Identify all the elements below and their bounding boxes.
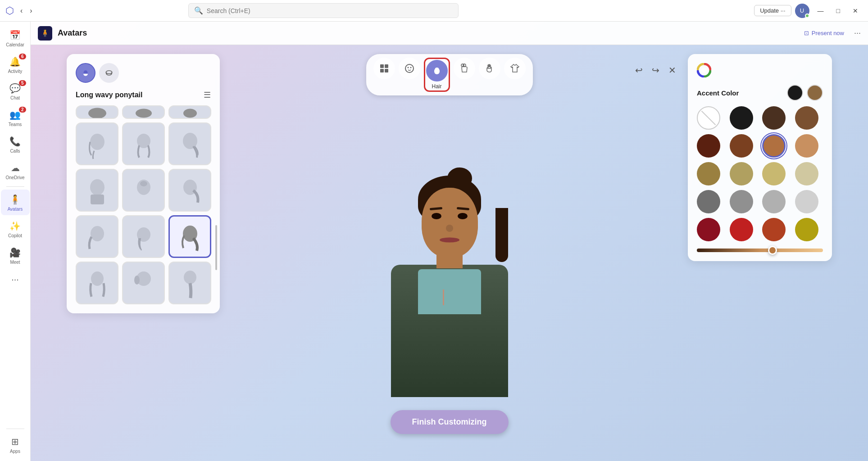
sidebar-item-copilot[interactable]: ✨ Copilot xyxy=(1,216,30,242)
sidebar-item-more[interactable]: ··· xyxy=(1,269,30,289)
color-swatch-golden[interactable] xyxy=(697,162,720,185)
sidebar-item-calls[interactable]: 📞 Calls xyxy=(1,131,30,157)
hair-item-8[interactable] xyxy=(122,215,165,258)
search-bar[interactable]: 🔍 xyxy=(188,3,459,18)
content-area: 🧍 Avatars ⊡ Present now ··· xyxy=(31,22,868,461)
hair-panel: Long wavy ponytail ☰ xyxy=(67,54,220,313)
sidebar-label-copilot: Copilot xyxy=(8,233,22,238)
color-swatch-dark-red[interactable] xyxy=(697,218,720,241)
svg-point-6 xyxy=(410,67,411,68)
update-button[interactable]: Update ··· xyxy=(754,5,791,16)
meet-icon: 🎥 xyxy=(9,246,22,259)
sidebar-item-onedrive[interactable]: ☁ OneDrive xyxy=(1,158,30,184)
hair-item-top1[interactable] xyxy=(76,105,118,119)
hair-item-1[interactable] xyxy=(76,122,118,165)
more-options-button[interactable]: ··· xyxy=(854,28,861,38)
exit-button[interactable]: ✕ xyxy=(666,62,679,78)
hair-item-top2[interactable] xyxy=(122,105,165,119)
sidebar-item-chat[interactable]: 💬 5 Chat xyxy=(1,78,30,104)
color-swatch-blonde[interactable] xyxy=(762,162,786,185)
sidebar-divider xyxy=(6,186,24,187)
forward-button[interactable]: › xyxy=(27,4,35,18)
sidebar-item-teams[interactable]: 👥 2 Teams xyxy=(1,105,30,131)
svg-rect-2 xyxy=(380,69,384,72)
svg-point-31 xyxy=(184,271,196,284)
color-swatch-gray[interactable] xyxy=(730,190,753,213)
color-swatch-dark-gray[interactable] xyxy=(697,190,720,213)
hair-item-7[interactable] xyxy=(76,215,118,258)
minimize-button[interactable]: — xyxy=(813,5,828,17)
hair-grid xyxy=(76,105,211,304)
hair-item-top3[interactable] xyxy=(168,105,211,119)
color-swatch-burnt-orange[interactable] xyxy=(762,218,786,241)
redo-button[interactable]: ↪ xyxy=(649,62,662,78)
present-now-button[interactable]: ⊡ Present now xyxy=(800,27,849,39)
app-header: 🧍 Avatars ⊡ Present now ··· xyxy=(31,22,868,45)
hair-item-10[interactable] xyxy=(76,262,118,304)
activity-badge: 6 xyxy=(19,54,26,59)
color-grid xyxy=(697,106,823,241)
search-input[interactable] xyxy=(207,7,453,14)
hair-selected-highlight: Hair xyxy=(424,58,450,92)
finish-customizing-button[interactable]: Finish Customizing xyxy=(391,410,509,434)
color-swatch-caramel-selected[interactable] xyxy=(762,134,786,158)
maximize-button[interactable]: □ xyxy=(832,5,845,17)
hair-item-2[interactable] xyxy=(122,122,165,165)
color-swatch-dark-brown[interactable] xyxy=(762,106,786,130)
color-swatch-silver[interactable] xyxy=(795,190,818,213)
filter-button[interactable]: ☰ xyxy=(204,90,211,100)
color-swatch-light-gray[interactable] xyxy=(762,190,786,213)
cat-face-wrapper xyxy=(399,58,420,92)
undo-button[interactable]: ↩ xyxy=(632,62,645,78)
color-swatch-medium-brown[interactable] xyxy=(795,106,818,130)
sidebar-item-calendar[interactable]: 📅 Calendar xyxy=(1,25,30,51)
ms-teams-logo: ⬡ xyxy=(5,5,14,17)
cat-hair-button[interactable] xyxy=(426,60,448,81)
svg-point-16 xyxy=(183,109,197,118)
color-swatch-dark-red-brown[interactable] xyxy=(697,134,720,158)
color-swatch-light-caramel[interactable] xyxy=(795,134,818,158)
color-swatch-light-golden[interactable] xyxy=(730,162,753,185)
hair-tab-styles[interactable] xyxy=(76,63,95,83)
svg-point-14 xyxy=(88,108,106,119)
sidebar: 📅 Calendar 🔔 6 Activity 💬 5 Chat 👥 2 Tea… xyxy=(0,22,31,461)
sidebar-label-calls: Calls xyxy=(10,149,20,154)
color-swatch-black[interactable] xyxy=(730,106,753,130)
hair-item-9-selected[interactable] xyxy=(168,215,211,258)
cat-gesture-button[interactable] xyxy=(479,58,500,79)
svg-point-10 xyxy=(461,64,464,67)
back-button[interactable]: ‹ xyxy=(18,4,25,18)
hair-item-6[interactable] xyxy=(168,169,211,212)
color-swatch-olive[interactable] xyxy=(795,218,818,241)
cat-face-button[interactable] xyxy=(399,58,420,79)
user-avatar[interactable]: U xyxy=(795,4,809,18)
color-swatch-red[interactable] xyxy=(730,218,753,241)
accent-swatch-brown[interactable] xyxy=(807,85,823,101)
color-swatch-light-blonde[interactable] xyxy=(795,162,818,185)
svg-rect-0 xyxy=(380,64,384,68)
avatars-app-icon: 🧍 xyxy=(38,26,52,41)
scroll-indicator[interactable] xyxy=(215,225,217,270)
accent-swatch-black[interactable] xyxy=(787,85,803,101)
cat-outfit-button[interactable] xyxy=(504,58,526,79)
close-button[interactable]: ✕ xyxy=(848,5,863,17)
hair-item-4[interactable] xyxy=(76,169,118,212)
color-swatch-none[interactable] xyxy=(697,106,720,130)
sidebar-item-activity[interactable]: 🔔 6 Activity xyxy=(1,52,30,77)
sidebar-item-meet[interactable]: 🎥 Meet xyxy=(1,243,30,268)
cat-preset-button[interactable] xyxy=(373,58,395,79)
hair-item-12[interactable] xyxy=(168,262,211,304)
sidebar-item-avatars[interactable]: 🧍 Avatars xyxy=(1,190,30,215)
avatar-jacket xyxy=(391,265,508,397)
hair-panel-tabs xyxy=(76,63,211,83)
svg-point-4 xyxy=(405,64,414,72)
hair-item-11[interactable] xyxy=(122,262,165,304)
color-swatch-auburn[interactable] xyxy=(730,134,753,158)
sidebar-item-apps[interactable]: ⊞ Apps xyxy=(1,432,30,457)
onedrive-icon: ☁ xyxy=(9,162,22,174)
hair-item-3[interactable] xyxy=(168,122,211,165)
shade-slider-thumb[interactable] xyxy=(768,246,777,255)
hair-tab-accessories[interactable] xyxy=(99,63,119,83)
hair-item-5[interactable] xyxy=(122,169,165,212)
cat-body-button[interactable] xyxy=(454,58,475,79)
